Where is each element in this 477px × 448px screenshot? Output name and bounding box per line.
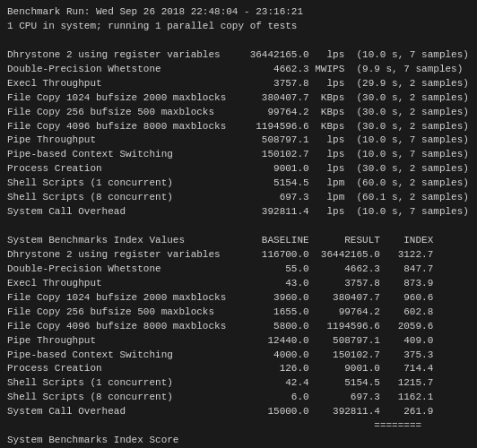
- terminal-content: Benchmark Run: Wed Sep 26 2018 22:48:04 …: [7, 5, 470, 448]
- terminal-window: Benchmark Run: Wed Sep 26 2018 22:48:04 …: [7, 5, 470, 448]
